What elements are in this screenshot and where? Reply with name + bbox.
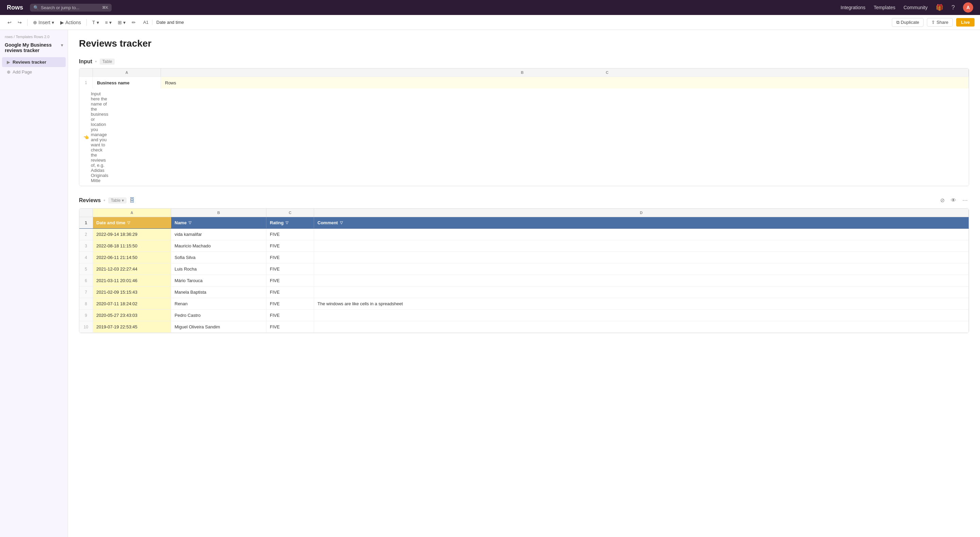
page-title: Reviews tracker [79, 38, 969, 49]
breadcrumb: rows / Templates Rows 2.0 [0, 35, 68, 42]
row-rating-cell[interactable]: FIVE [266, 240, 314, 252]
row-rating-cell[interactable]: FIVE [266, 321, 314, 333]
row-date-cell[interactable]: 2020-05-27 23:43:03 [93, 310, 171, 321]
align-button[interactable]: ≡ ▾ [103, 18, 114, 27]
redo-button[interactable]: ↪ [16, 18, 24, 27]
row-comment-cell[interactable] [314, 310, 969, 321]
filter-icon-btn[interactable]: ⊘ [939, 196, 946, 205]
row-comment-cell[interactable] [314, 321, 969, 333]
sidebar-item-reviews-tracker[interactable]: ▶ Reviews tracker [2, 57, 66, 67]
plus-icon: ⊕ [33, 20, 37, 25]
row-rating-cell[interactable]: FIVE [266, 229, 314, 240]
more-options-btn[interactable]: ⋯ [961, 196, 969, 205]
search-bar[interactable]: 🔍 Search or jump to... ⌘K [30, 4, 111, 11]
duplicate-icon: ⧉ [896, 20, 899, 25]
row-name-cell[interactable]: Manela Baptista [171, 287, 266, 298]
row-name-cell[interactable]: Sofia Silva [171, 252, 266, 263]
row-rating-cell[interactable]: FIVE [266, 263, 314, 275]
row-comment-cell[interactable] [314, 275, 969, 286]
insert-button[interactable]: ⊕ Insert ▾ [31, 18, 56, 27]
row-num-cell: 4 [79, 252, 93, 263]
help-icon[interactable]: ? [951, 4, 955, 11]
row-rating-cell[interactable]: FIVE [266, 252, 314, 263]
col-header-num [79, 69, 93, 76]
row-name-cell[interactable]: Miguel Oliveira Sandim [171, 321, 266, 333]
row-rating-cell[interactable]: FIVE [266, 275, 314, 286]
top-nav: Rows 🔍 Search or jump to... ⌘K Integrati… [0, 0, 980, 15]
user-avatar[interactable]: A [963, 2, 973, 13]
undo-button[interactable]: ↩ [5, 18, 14, 27]
row-comment-cell[interactable] [314, 263, 969, 275]
cell-reference: A1 [140, 20, 153, 25]
row-name-cell[interactable]: Pedro Castro [171, 310, 266, 321]
business-name-input[interactable] [165, 80, 964, 85]
section-dot-1: • [95, 59, 97, 65]
row-comment-cell[interactable] [314, 240, 969, 252]
add-page-button[interactable]: ⊕ Add Page [2, 67, 66, 77]
row-rating-cell[interactable]: FIVE [266, 298, 314, 309]
row-comment-cell[interactable] [314, 252, 969, 263]
reviews-badge-label: Table [111, 198, 121, 203]
row-rating-cell[interactable]: FIVE [266, 310, 314, 321]
templates-link[interactable]: Templates [873, 5, 895, 10]
format-button[interactable]: ⊞ ▾ [116, 18, 127, 27]
text-format-button[interactable]: T ▾ [90, 18, 101, 27]
row-name-cell[interactable]: Luis Rocha [171, 263, 266, 275]
row-num-cell: 6 [79, 275, 93, 286]
data-header-comment: Comment ▽ [314, 217, 969, 228]
row-date-cell[interactable]: 2022-06-11 21:14:50 [93, 252, 171, 263]
app-body: rows / Templates Rows 2.0 Google My Busi… [0, 30, 980, 537]
integrations-link[interactable]: Integrations [840, 5, 865, 10]
row-name-cell[interactable]: vida kamalifar [171, 229, 266, 240]
row-num-1: 1 [79, 77, 93, 88]
row-comment-cell[interactable]: The windows are like cells in a spreadsh… [314, 298, 969, 309]
input-table: A B C 1 Business name 👈 I [79, 68, 969, 186]
toolbar-right: ⧉ Duplicate ⇧ Share Live [892, 18, 975, 27]
table-row: 5 2021-12-03 22:27:44 Luis Rocha FIVE [79, 263, 969, 275]
plus-circle-icon: ⊕ [7, 69, 11, 75]
reviews-section-badge[interactable]: Table ▾ [108, 198, 127, 204]
row-name-cell[interactable]: Mauricio Machado [171, 240, 266, 252]
business-name-value-cell[interactable] [161, 77, 969, 88]
table-row: 2 2022-09-14 18:36:29 vida kamalifar FIV… [79, 229, 969, 240]
db-icon: 🗄 [129, 198, 135, 204]
play-icon: ▶ [60, 20, 64, 25]
row-date-cell[interactable]: 2020-07-11 18:24:02 [93, 298, 171, 309]
row-name-cell[interactable]: Mário Tarouca [171, 275, 266, 286]
filter-icon-name[interactable]: ▽ [189, 220, 191, 225]
row-date-cell[interactable]: 2021-03-11 20:01:46 [93, 275, 171, 286]
row-date-cell[interactable]: 2019-07-19 22:53:45 [93, 321, 171, 333]
duplicate-button[interactable]: ⧉ Duplicate [892, 18, 924, 27]
triangle-icon: ▶ [7, 60, 10, 65]
row-name-cell[interactable]: Renan [171, 298, 266, 309]
breadcrumb-rows[interactable]: rows [5, 35, 13, 39]
community-link[interactable]: Community [904, 5, 928, 10]
live-button[interactable]: Live [956, 18, 975, 27]
reviews-section-name: Reviews [79, 198, 101, 204]
filter-icon-rating[interactable]: ▽ [285, 220, 288, 225]
toolbar: ↩ ↪ ⊕ Insert ▾ ▶ Actions T ▾ ≡ ▾ ⊞ ▾ ✏ A… [0, 15, 980, 30]
row-date-cell[interactable]: 2022-08-18 11:15:50 [93, 240, 171, 252]
row-date-cell[interactable]: 2021-02-09 15:15:43 [93, 287, 171, 298]
filter-icon-comment[interactable]: ▽ [340, 220, 343, 225]
filter-icon-date[interactable]: ▽ [127, 220, 130, 225]
top-nav-right: Integrations Templates Community 🎁 ? A [840, 2, 973, 13]
chevron-down-icon: ▾ [52, 20, 54, 25]
row-date-cell[interactable]: 2022-09-14 18:36:29 [93, 229, 171, 240]
draw-button[interactable]: ✏ [130, 18, 138, 27]
share-button[interactable]: ⇧ Share [927, 18, 953, 27]
row-date-cell[interactable]: 2021-12-03 22:27:44 [93, 263, 171, 275]
main-content: Reviews tracker Input • Table A B C [68, 30, 980, 537]
row-rating-cell[interactable]: FIVE [266, 287, 314, 298]
gift-icon[interactable]: 🎁 [936, 4, 943, 11]
app-logo: Rows [7, 4, 23, 11]
search-icon: 🔍 [33, 5, 39, 10]
actions-button[interactable]: ▶ Actions [58, 18, 83, 27]
row-comment-cell[interactable] [314, 229, 969, 240]
search-shortcut: ⌘K [102, 5, 108, 10]
table-row: 10 2019-07-19 22:53:45 Miguel Oliveira S… [79, 321, 969, 333]
row-comment-cell[interactable] [314, 287, 969, 298]
data-header-date: Date and time ▽ [93, 217, 171, 228]
view-icon-btn[interactable]: 👁 [950, 196, 958, 205]
sidebar: rows / Templates Rows 2.0 Google My Busi… [0, 30, 68, 537]
